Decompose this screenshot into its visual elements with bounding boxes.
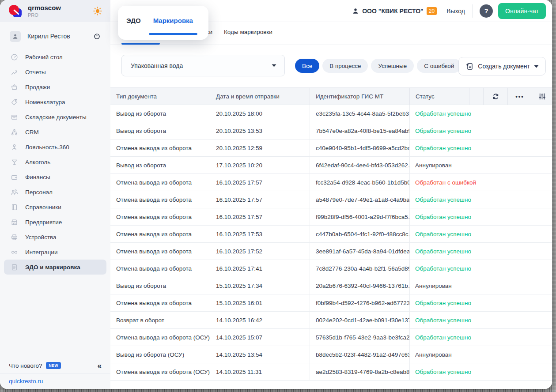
- datetime-cell: 14.10.2025 13:54: [210, 346, 310, 363]
- table-row-0[interactable]: Вывод из оборота20.10.2025 18:00e3c235fa…: [110, 105, 552, 122]
- gis-mt-id-cell: f99b28f9-df56-4001-a29d-f7f6bca5…: [310, 208, 410, 225]
- wallet-icon: [11, 173, 18, 181]
- create-document-button[interactable]: Создать документ: [458, 57, 546, 75]
- datetime-cell: 20.10.2025 12:59: [210, 139, 310, 156]
- sidebar-item-label: Отчеты: [25, 69, 46, 75]
- gis-mt-id-cell: 57635d1b-f765-43e2-9aa3-be3fca2…: [310, 329, 410, 346]
- sidebar-item-0[interactable]: Рабочий стол: [4, 49, 106, 64]
- column-header-1: Дата и время отправки: [210, 88, 310, 105]
- document-type-cell: Отмена вывода из оборота: [110, 208, 210, 225]
- status-cell: Обработан успешно: [410, 312, 552, 328]
- edo-marking-popup: ЭДО Маркировка: [118, 6, 208, 40]
- gis-mt-id-cell: fcc32a54-d928-4eac-b560-1b1d5b0…: [310, 174, 410, 191]
- sidebar-item-14[interactable]: ЭДО и маркировка: [4, 260, 106, 275]
- people-icon: [11, 188, 18, 196]
- status-cell: Обработан успешно: [410, 139, 552, 156]
- sidebar-item-1[interactable]: Отчеты: [4, 64, 106, 79]
- datetime-cell: 14.10.2025 15:07: [210, 329, 310, 346]
- sidebar-item-2[interactable]: Продажи: [4, 79, 106, 94]
- table-row-11[interactable]: Отмена вывода из оборота15.10.2025 16:01…: [110, 294, 552, 312]
- popup-tab-edo[interactable]: ЭДО: [126, 16, 141, 25]
- column-settings-button[interactable]: [532, 88, 552, 105]
- sidebar-item-9[interactable]: Персонал: [4, 185, 106, 200]
- refresh-button[interactable]: [484, 88, 508, 105]
- app-plan-badge: PRO: [28, 12, 61, 18]
- filter-chip-2[interactable]: Успешные: [371, 59, 414, 73]
- table-row-5[interactable]: Отмена вывода из оборота16.10.2025 17:57…: [110, 191, 552, 208]
- popup-tab-marking[interactable]: Маркировка: [153, 16, 193, 25]
- datetime-cell: 16.10.2025 17:41: [210, 260, 310, 277]
- document-type-cell: Вывод из оборота: [110, 105, 210, 122]
- filter-chip-3[interactable]: С ошибкой: [417, 59, 461, 73]
- sidebar-item-13[interactable]: Интеграции: [4, 245, 106, 260]
- gis-mt-id-cell: 20a2b676-6392-40cf-9466-13761b…: [310, 277, 410, 294]
- sidebar-item-label: Устройства: [25, 234, 57, 241]
- app-title: qrmoscow: [28, 4, 61, 12]
- sidebar-item-12[interactable]: Устройства: [4, 230, 106, 245]
- sidebar-user[interactable]: Кирилл Рестов: [0, 27, 110, 45]
- table-body: Вывод из оборота20.10.2025 18:00e3c235fa…: [110, 105, 552, 381]
- product-group-select[interactable]: Упакованная вода: [121, 55, 285, 76]
- gis-mt-id-cell: 3ee891af-6a57-45da-8a94-01dfdea…: [310, 243, 410, 260]
- status-cell: Аннулирован: [410, 346, 552, 363]
- table-row-10[interactable]: Вывод из оборота15.10.2025 17:3420a2b676…: [110, 277, 552, 294]
- table-row-13[interactable]: Отмена вывода из оборота (ОСУ)14.10.2025…: [110, 329, 552, 346]
- table-row-8[interactable]: Отмена вывода из оборота16.10.2025 17:52…: [110, 243, 552, 260]
- document-type-cell: Вывод из оборота: [110, 277, 210, 294]
- status-cell: Обработан успешно: [410, 226, 552, 242]
- help-button[interactable]: ?: [480, 4, 493, 18]
- filter-chip-1[interactable]: В процессе: [322, 59, 368, 73]
- account-menu[interactable]: ООО "КВИК РЕСТО" 20: [352, 7, 437, 15]
- status-cell: Обработан успешно: [410, 105, 552, 122]
- table-row-2[interactable]: Отмена вывода из оборота20.10.2025 12:59…: [110, 139, 552, 157]
- sidebar-item-10[interactable]: Справочники: [4, 200, 106, 215]
- table-row-12[interactable]: Возврат в оборот14.10.2025 16:420024e202…: [110, 312, 552, 329]
- table-row-15[interactable]: Отмена вывода из оборота (ОСУ)14.10.2025…: [110, 363, 552, 381]
- store-icon: [11, 219, 18, 226]
- sidebar-item-6[interactable]: Лояльность.360: [4, 139, 106, 155]
- table-row-14[interactable]: Вывод из оборота (ОСУ)14.10.2025 13:54b8…: [110, 346, 552, 363]
- collapse-sidebar-icon[interactable]: «: [98, 362, 102, 369]
- gauge-icon: [11, 53, 18, 61]
- online-chat-button[interactable]: Онлайн-чат: [498, 3, 546, 19]
- tag-icon: [11, 98, 18, 106]
- sidebar-item-3[interactable]: Номенклатура: [4, 94, 106, 109]
- datetime-cell: 16.10.2025 17:52: [210, 243, 310, 260]
- sidebar-item-label: Рабочий стол: [25, 54, 63, 60]
- table-row-9[interactable]: Отмена вывода из оборота16.10.2025 17:41…: [110, 260, 552, 277]
- datetime-cell: 16.10.2025 17:57: [210, 191, 310, 208]
- site-link[interactable]: quickresto.ru: [9, 378, 43, 384]
- table-row-1[interactable]: Вывод из оборота20.10.2025 13:537b547e0e…: [110, 122, 552, 139]
- whats-new-row[interactable]: Что нового? NEW «: [0, 358, 110, 373]
- datetime-cell: 16.10.2025 17:57: [210, 208, 310, 225]
- sidebar-item-8[interactable]: Финансы: [4, 170, 106, 185]
- theme-sun-icon[interactable]: [93, 6, 102, 16]
- ellipsis-icon: •••: [515, 93, 524, 100]
- datetime-cell: 16.10.2025 17:57: [210, 174, 310, 191]
- sidebar-item-label: Номенклатура: [25, 99, 65, 106]
- sidebar-item-11[interactable]: Предприятие: [4, 215, 106, 230]
- create-document-label: Создать документ: [478, 63, 530, 70]
- logout-power-icon[interactable]: [93, 33, 101, 40]
- table-row-7[interactable]: Отмена вывода из оборота16.10.2025 17:53…: [110, 226, 552, 243]
- document-type-cell: Отмена вывода из оборота (ОСУ): [110, 363, 210, 380]
- status-cell: Обработан успешно: [410, 294, 552, 311]
- more-actions-button[interactable]: •••: [508, 88, 532, 105]
- datetime-cell: 15.10.2025 17:34: [210, 277, 310, 294]
- tab-marking-codes[interactable]: Коды маркировки: [224, 29, 272, 35]
- filter-chip-0[interactable]: Все: [295, 59, 319, 73]
- document-type-cell: Отмена вывода из оборота: [110, 260, 210, 277]
- account-person-icon: [352, 8, 359, 15]
- table-row-3[interactable]: Вывод из оборота17.10.2025 10:206f42edaf…: [110, 157, 552, 174]
- sidebar-item-5[interactable]: CRM: [4, 124, 106, 139]
- logout-link[interactable]: Выход: [446, 8, 465, 15]
- sidebar-item-label: Алкоголь: [25, 159, 50, 166]
- sidebar-item-4[interactable]: Складские документы: [4, 109, 106, 124]
- printer-icon: [11, 234, 18, 241]
- sidebar-item-7[interactable]: Алкоголь: [4, 155, 106, 170]
- table-row-6[interactable]: Отмена вывода из оборота16.10.2025 17:57…: [110, 208, 552, 226]
- status-cell: Обработан успешно: [410, 191, 552, 208]
- table-row-4[interactable]: Отмена вывода из оборота16.10.2025 17:57…: [110, 174, 552, 191]
- chevron-down-icon: [272, 64, 276, 67]
- column-header-3: Статус: [410, 88, 469, 105]
